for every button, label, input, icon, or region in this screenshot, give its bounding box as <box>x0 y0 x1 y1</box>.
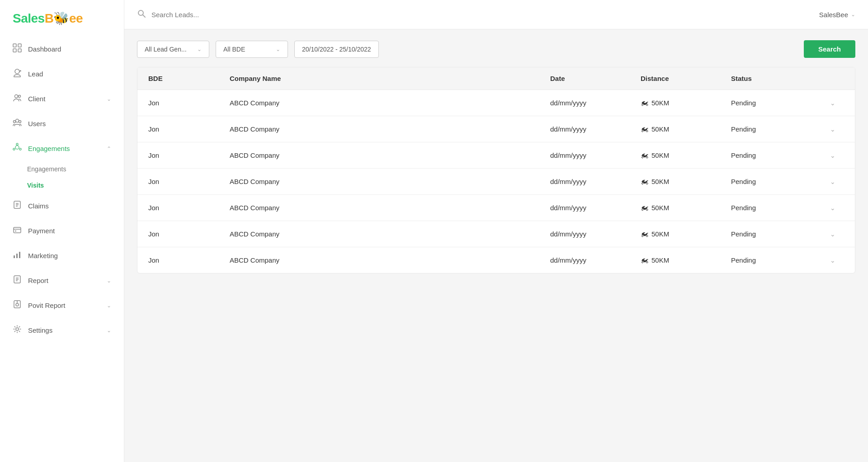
cell-distance: 🏍 50KM <box>641 98 731 108</box>
svg-point-9 <box>16 119 19 123</box>
motorcycle-icon: 🏍 <box>641 124 649 134</box>
logo-bee: B🐝ee <box>45 11 83 25</box>
date-range-filter[interactable]: 20/10/2022 - 25/10/2022 <box>294 41 379 58</box>
user-menu[interactable]: SalesBee ⌄ <box>819 11 855 19</box>
sidebar-item-label: Report <box>28 277 48 284</box>
table-body: Jon ABCD Company dd/mm/yyyy 🏍 50KM Pendi… <box>137 90 855 273</box>
col-bde: BDE <box>148 75 230 82</box>
sidebar-item-dashboard[interactable]: Dashboard <box>0 37 124 61</box>
engagements-icon <box>13 143 22 154</box>
lead-icon <box>13 68 22 80</box>
cell-bde: Jon <box>148 99 230 107</box>
client-icon <box>13 93 22 104</box>
row-expand-button[interactable]: ⌄ <box>821 126 844 133</box>
claims-icon <box>13 200 22 212</box>
cell-company: ABCD Company <box>230 256 550 264</box>
table-row[interactable]: Jon ABCD Company dd/mm/yyyy 🏍 50KM Pendi… <box>137 142 855 169</box>
sidebar-item-client[interactable]: Client ⌄ <box>0 87 124 111</box>
row-expand-button[interactable]: ⌄ <box>821 231 844 238</box>
cell-date: dd/mm/yyyy <box>550 125 641 133</box>
povit-report-icon <box>13 300 22 311</box>
motorcycle-icon: 🏍 <box>641 255 649 265</box>
sidebar-item-label: Engagements <box>28 145 70 152</box>
col-status: Status <box>731 75 821 82</box>
table-row[interactable]: Jon ABCD Company dd/mm/yyyy 🏍 50KM Pendi… <box>137 116 855 142</box>
cell-company: ABCD Company <box>230 204 550 212</box>
main-content: SalesBee ⌄ All Lead Gen... ⌄ All BDE ⌄ 2… <box>124 0 868 462</box>
bde-filter[interactable]: All BDE ⌄ <box>216 41 288 58</box>
lead-gen-filter[interactable]: All Lead Gen... ⌄ <box>137 41 209 58</box>
cell-company: ABCD Company <box>230 178 550 185</box>
dashboard-icon <box>13 43 22 55</box>
sidebar-item-povit-report[interactable]: Povit Report ⌄ <box>0 293 124 317</box>
search-button[interactable]: Search <box>804 40 855 58</box>
sidebar-item-payment[interactable]: Payment <box>0 219 124 243</box>
table-row[interactable]: Jon ABCD Company dd/mm/yyyy 🏍 50KM Pendi… <box>137 195 855 221</box>
svg-point-12 <box>15 146 19 149</box>
motorcycle-icon: 🏍 <box>641 151 649 160</box>
sidebar-item-label: Marketing <box>28 252 58 259</box>
svg-rect-2 <box>13 49 16 52</box>
svg-line-35 <box>143 15 145 17</box>
user-label: SalesBee <box>819 11 848 19</box>
table-row[interactable]: Jon ABCD Company dd/mm/yyyy 🏍 50KM Pendi… <box>137 169 855 195</box>
svg-rect-23 <box>14 255 15 258</box>
sidebar-sub-item-engagements[interactable]: Engagements <box>0 161 124 177</box>
sidebar: SalesB🐝ee Dashboard Lead Client ⌄ Users <box>0 0 124 462</box>
svg-rect-24 <box>16 254 18 258</box>
cell-distance: 🏍 50KM <box>641 229 731 239</box>
svg-point-31 <box>16 303 19 306</box>
sidebar-item-engagements[interactable]: Engagements ⌃ <box>0 137 124 160</box>
chevron-up-icon: ⌃ <box>107 146 111 152</box>
cell-bde: Jon <box>148 151 230 159</box>
row-expand-button[interactable]: ⌄ <box>821 257 844 264</box>
sidebar-item-users[interactable]: Users <box>0 112 124 136</box>
cell-status: Pending <box>731 230 821 238</box>
chevron-down-icon: ⌄ <box>107 278 111 284</box>
lead-gen-chevron: ⌄ <box>197 46 202 52</box>
svg-point-14 <box>19 148 21 150</box>
svg-point-10 <box>14 121 16 123</box>
cell-status: Pending <box>731 256 821 264</box>
col-distance: Distance <box>641 75 731 82</box>
svg-rect-25 <box>19 252 20 258</box>
search-icon <box>137 9 146 20</box>
chevron-down-icon: ⌄ <box>107 302 111 309</box>
col-action <box>821 75 844 82</box>
chevron-down-icon: ⌄ <box>107 96 111 102</box>
sidebar-item-report[interactable]: Report ⌄ <box>0 269 124 292</box>
col-date: Date <box>550 75 641 82</box>
cell-date: dd/mm/yyyy <box>550 256 641 264</box>
row-expand-button[interactable]: ⌄ <box>821 204 844 212</box>
row-expand-button[interactable]: ⌄ <box>821 178 844 185</box>
sidebar-item-marketing[interactable]: Marketing <box>0 244 124 268</box>
cell-company: ABCD Company <box>230 99 550 107</box>
table-row[interactable]: Jon ABCD Company dd/mm/yyyy 🏍 50KM Pendi… <box>137 90 855 116</box>
cell-distance: 🏍 50KM <box>641 151 731 160</box>
search-input[interactable] <box>151 11 814 19</box>
svg-point-11 <box>19 121 21 123</box>
sidebar-item-lead[interactable]: Lead <box>0 62 124 86</box>
payment-icon <box>13 225 22 236</box>
col-company: Company Name <box>230 75 550 82</box>
table-row[interactable]: Jon ABCD Company dd/mm/yyyy 🏍 50KM Pendi… <box>137 221 855 247</box>
table-row[interactable]: Jon ABCD Company dd/mm/yyyy 🏍 50KM Pendi… <box>137 247 855 273</box>
user-menu-chevron: ⌄ <box>851 11 855 18</box>
cell-status: Pending <box>731 99 821 107</box>
sidebar-item-label: Claims <box>28 202 49 210</box>
row-expand-button[interactable]: ⌄ <box>821 99 844 107</box>
svg-point-15 <box>13 148 15 150</box>
sidebar-item-label: Client <box>28 95 45 103</box>
marketing-icon <box>13 250 22 261</box>
sidebar-item-claims[interactable]: Claims <box>0 194 124 218</box>
cell-company: ABCD Company <box>230 125 550 133</box>
report-icon <box>13 275 22 286</box>
sidebar-sub-item-visits[interactable]: Visits <box>0 177 124 193</box>
svg-rect-0 <box>13 44 16 47</box>
motorcycle-icon: 🏍 <box>641 177 649 186</box>
sidebar-item-label: Povit Report <box>28 302 66 309</box>
sidebar-item-settings[interactable]: Settings ⌄ <box>0 318 124 342</box>
row-expand-button[interactable]: ⌄ <box>821 152 844 159</box>
sidebar-item-label: Lead <box>28 70 43 78</box>
date-range-value: 20/10/2022 - 25/10/2022 <box>302 46 371 53</box>
